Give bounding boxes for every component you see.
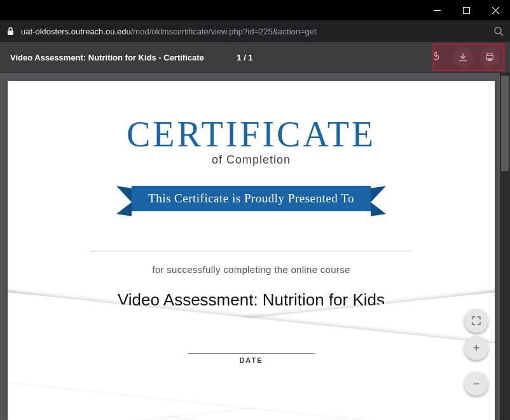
window-close-button[interactable] (481, 0, 510, 20)
ribbon: This Certificate is Proudly Presented To (8, 185, 495, 213)
pdf-toolbar-actions (426, 47, 500, 67)
maximize-icon (463, 7, 470, 14)
ribbon-tail-left (116, 186, 132, 216)
pdf-viewport[interactable]: CERTIFICATE of Completion This Certifica… (0, 73, 510, 420)
window-maximize-button[interactable] (451, 0, 481, 20)
ribbon-text: This Certificate is Proudly Presented To (132, 186, 371, 211)
url-host: uat-okfosters.outreach.ou.edu (21, 27, 131, 36)
svg-rect-1 (463, 7, 469, 13)
ribbon-tail-right (371, 186, 386, 216)
address-bar[interactable]: uat-okfosters.outreach.ou.edu/mod/oklmsc… (0, 20, 510, 42)
minimize-icon (434, 7, 441, 14)
svg-rect-10 (488, 58, 492, 61)
window-titlebar (0, 0, 510, 20)
print-icon (485, 52, 495, 62)
svg-rect-4 (8, 31, 13, 35)
rotate-button[interactable] (426, 47, 446, 67)
date-row: DATE (8, 353, 495, 364)
completion-line: for successfully completing the online c… (8, 264, 495, 275)
svg-line-6 (500, 33, 503, 36)
browser-window: uat-okfosters.outreach.ou.edu/mod/oklmsc… (0, 0, 510, 420)
url-path: /mod/oklmscertificate/view.php?id=225&ac… (131, 27, 317, 36)
minus-icon: − (473, 377, 480, 391)
svg-point-5 (495, 27, 501, 34)
search-button[interactable] (493, 26, 504, 36)
rotate-icon (431, 52, 442, 63)
plus-icon: + (473, 342, 480, 355)
scrollbar-thumb[interactable] (501, 76, 509, 171)
date-label: DATE (188, 356, 315, 364)
certificate-heading: CERTIFICATE (8, 114, 495, 155)
print-button[interactable] (479, 47, 500, 67)
pdf-page: CERTIFICATE of Completion This Certifica… (8, 81, 495, 420)
zoom-controls: + − (464, 336, 488, 396)
pdf-toolbar: Video Assessment: Nutrition for Kids - C… (0, 42, 510, 73)
window-minimize-button[interactable] (422, 0, 451, 20)
zoom-in-button[interactable]: + (464, 336, 488, 360)
window-controls (422, 0, 510, 20)
fit-icon (471, 316, 481, 326)
page-indicator: 1 / 1 (237, 53, 252, 62)
scrollbar-track[interactable] (500, 73, 510, 420)
download-icon (458, 52, 468, 62)
lock-icon (6, 27, 15, 36)
certificate-subheading: of Completion (8, 153, 495, 167)
search-icon (493, 26, 504, 36)
close-icon (492, 7, 499, 14)
pdf-document-title: Video Assessment: Nutrition for Kids - C… (10, 53, 204, 62)
zoom-out-button[interactable]: − (464, 372, 488, 396)
certificate: CERTIFICATE of Completion This Certifica… (8, 114, 495, 420)
fit-page-button[interactable] (464, 309, 488, 333)
download-button[interactable] (453, 47, 473, 67)
recipient-line (90, 251, 412, 251)
certificate-footer-graphic (8, 319, 495, 420)
date-line (188, 353, 315, 354)
